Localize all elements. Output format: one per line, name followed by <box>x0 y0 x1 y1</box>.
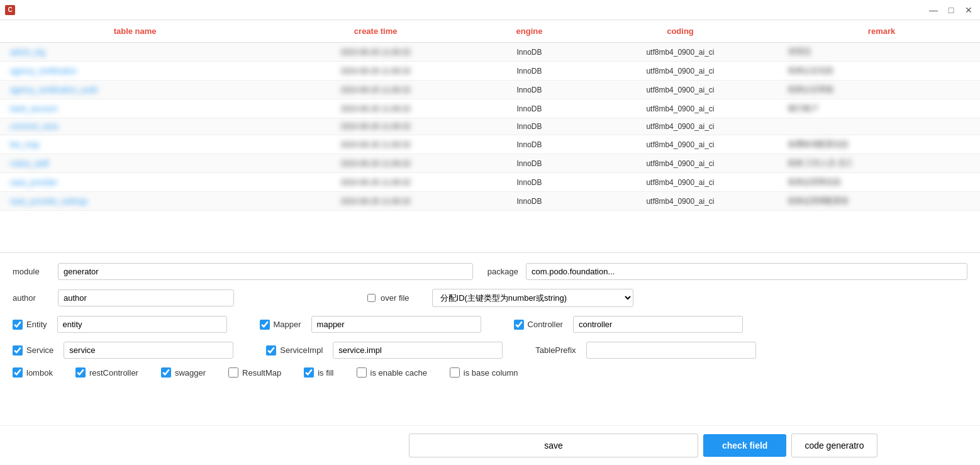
cell-create-time: 2024-06-26 11:06:32 <box>270 192 481 211</box>
isfill-checkbox[interactable] <box>304 367 314 378</box>
over-file-label: over file <box>381 293 409 303</box>
cell-coding: utf8mb4_0900_ai_ci <box>577 173 783 192</box>
cell-coding: utf8mb4_0900_ai_ci <box>577 154 783 173</box>
cell-table-name: notice_staff <box>0 154 270 173</box>
controller-label: Controller <box>528 320 563 329</box>
entity-label: Entity <box>26 320 47 329</box>
check-field-button[interactable]: check field <box>703 434 786 457</box>
package-label: package <box>481 267 518 276</box>
resultmap-checkbox-group: ResultMap <box>228 367 284 378</box>
cell-remark <box>783 118 980 135</box>
col-create-time: create time <box>270 20 481 43</box>
service-row: Service ServiceImpl TablePrefix <box>13 342 967 359</box>
bottom-buttons: save check field code generatro <box>0 425 980 465</box>
service-checkbox[interactable] <box>13 345 23 356</box>
minimize-button[interactable]: — <box>927 4 940 16</box>
cell-coding: utf8mb4_0900_ai_ci <box>577 99 783 118</box>
cell-remark: 管理员 <box>783 43 980 62</box>
cell-remark: 机构认证信息 <box>783 62 980 81</box>
col-engine: engine <box>481 20 577 43</box>
lombok-label: lombok <box>26 368 53 378</box>
table-row[interactable]: notice_staff2024-06-26 11:06:32InnoDButf… <box>0 154 980 173</box>
service-input[interactable] <box>64 342 233 359</box>
cell-engine: InnoDB <box>481 81 577 99</box>
cell-engine: InnoDB <box>481 118 577 135</box>
cell-remark: 机构认证审核 <box>783 81 980 99</box>
cell-create-time: 2024-06-26 11:06:32 <box>270 173 481 192</box>
cell-coding: utf8mb4_0900_ai_ci <box>577 43 783 62</box>
code-generator-button[interactable]: code generatro <box>791 434 877 457</box>
entity-checkbox[interactable] <box>13 320 23 330</box>
cell-create-time: 2024-06-26 11:06:32 <box>270 81 481 99</box>
module-input[interactable] <box>58 263 473 280</box>
cell-create-time: 2024-06-26 11:06:32 <box>270 62 481 81</box>
isbasecolumn-checkbox[interactable] <box>450 367 460 378</box>
cell-create-time: 2024-06-26 11:06:32 <box>270 118 481 135</box>
cell-coding: utf8mb4_0900_ai_ci <box>577 118 783 135</box>
tableprefix-label: TablePrefix <box>535 345 576 355</box>
serviceimpl-input[interactable] <box>333 342 503 359</box>
cell-coding: utf8mb4_0900_ai_ci <box>577 135 783 154</box>
cell-table-name: agency_certification_audit <box>0 81 270 99</box>
service-checkbox-group: Service <box>13 345 56 356</box>
restcontroller-label: restController <box>89 368 138 378</box>
mapper-checkbox[interactable] <box>260 320 270 330</box>
maximize-button[interactable]: □ <box>945 4 957 16</box>
controller-input[interactable] <box>573 316 743 333</box>
cell-coding: utf8mb4_0900_ai_ci <box>577 81 783 99</box>
cell-engine: InnoDB <box>481 154 577 173</box>
close-button[interactable]: ✕ <box>962 4 975 16</box>
cell-table-name: saas_provider_settings <box>0 192 270 211</box>
mapper-input[interactable] <box>311 316 481 333</box>
cell-table-name: fee_map <box>0 135 270 154</box>
serviceimpl-checkbox-group: ServiceImpl <box>266 345 325 356</box>
cell-engine: InnoDB <box>481 135 577 154</box>
cell-remark: 收费标准配置信息 <box>783 135 980 154</box>
service-label: Service <box>26 345 53 355</box>
controller-checkbox-group: Controller <box>514 320 565 330</box>
table-row[interactable]: bank_account2024-06-26 11:06:32InnoDButf… <box>0 99 980 118</box>
serviceimpl-label: ServiceImpl <box>280 345 323 355</box>
swagger-checkbox-group: swagger <box>161 367 208 378</box>
package-input[interactable] <box>526 263 967 280</box>
table-row[interactable]: saas_provider2024-06-26 11:06:32InnoDBut… <box>0 173 980 192</box>
isenablecache-checkbox-group: is enable cache <box>357 367 430 378</box>
cell-table-name: agency_certification <box>0 62 270 81</box>
assign-id-select[interactable]: 分配ID(主键类型为number或string)UUID自增ID <box>432 289 633 307</box>
lombok-checkbox-group: lombok <box>13 367 55 378</box>
resultmap-checkbox[interactable] <box>228 367 238 378</box>
database-table: table name create time engine coding rem… <box>0 20 980 211</box>
table-row[interactable]: saas_provider_settings2024-06-26 11:06:3… <box>0 192 980 211</box>
isenablecache-checkbox[interactable] <box>357 367 367 378</box>
swagger-checkbox[interactable] <box>161 367 171 378</box>
entity-input[interactable] <box>57 316 227 333</box>
author-input[interactable] <box>58 289 234 306</box>
table-row[interactable]: admin_log2024-06-26 11:06:32InnoDButf8mb… <box>0 43 980 62</box>
mapper-checkbox-group: Mapper <box>260 320 304 330</box>
cell-create-time: 2024-06-26 11:06:32 <box>270 154 481 173</box>
col-remark: remark <box>783 20 980 43</box>
save-button[interactable]: save <box>409 434 698 457</box>
controller-checkbox[interactable] <box>514 320 524 330</box>
table-row[interactable]: agency_certification_audit2024-06-26 11:… <box>0 81 980 99</box>
tableprefix-input[interactable] <box>586 342 756 359</box>
cell-create-time: 2024-06-26 11:06:32 <box>270 135 481 154</box>
mapper-label: Mapper <box>274 320 301 329</box>
app-icon: C <box>5 5 15 15</box>
table-row[interactable]: agency_certification2024-06-26 11:06:32I… <box>0 62 980 81</box>
table-row[interactable]: common_area2024-06-26 11:06:32InnoDButf8… <box>0 118 980 135</box>
over-file-checkbox[interactable] <box>367 294 376 302</box>
window-controls: — □ ✕ <box>927 4 975 16</box>
lombok-checkbox[interactable] <box>13 367 23 378</box>
cell-engine: InnoDB <box>481 173 577 192</box>
cell-engine: InnoDB <box>481 62 577 81</box>
cell-coding: utf8mb4_0900_ai_ci <box>577 62 783 81</box>
cell-table-name: saas_provider <box>0 173 270 192</box>
table-row[interactable]: fee_map2024-06-26 11:06:32InnoDButf8mb4_… <box>0 135 980 154</box>
restcontroller-checkbox-group: restController <box>75 367 141 378</box>
isenablecache-label: is enable cache <box>370 368 427 378</box>
module-package-row: module package <box>13 263 967 280</box>
serviceimpl-checkbox[interactable] <box>266 345 276 356</box>
restcontroller-checkbox[interactable] <box>75 367 86 378</box>
entity-mapper-controller-row: Entity Mapper Controller <box>13 316 967 333</box>
